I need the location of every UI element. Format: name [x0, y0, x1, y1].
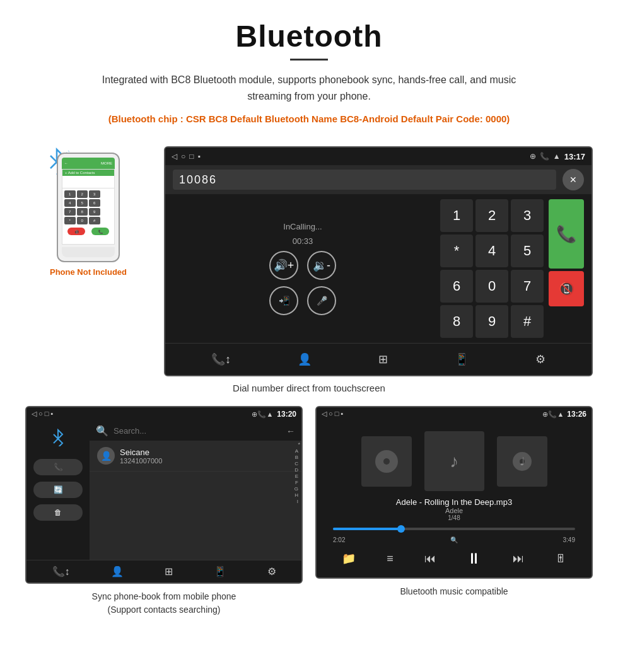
call-status-icon: 📞 — [540, 152, 549, 161]
phonebook-block: ◁ ○ □ ▪ ⊕📞▲ 13:20 — [25, 406, 303, 617]
pb-search-input[interactable] — [114, 426, 281, 436]
dial-android-screen: ◁ ○ □ ▪ ⊕ 📞 ▲ 13:17 10086 ✕ — [164, 146, 593, 376]
music-progress-dot[interactable] — [397, 525, 405, 533]
page-description: Integrated with BC8 Bluetooth module, su… — [88, 72, 530, 104]
answer-call-button[interactable]: 📞 — [549, 199, 584, 269]
music-time: 13:26 — [567, 410, 586, 419]
dial-caption: Dial number direct from touchscreen — [0, 383, 618, 393]
pb-nav-settings[interactable]: ⚙ — [267, 565, 276, 577]
phone-not-included-label: Phone Not Included — [25, 267, 151, 277]
volume-up-button[interactable]: 🔊+ — [269, 251, 298, 280]
phone-section: ← MORE + Add to Contacts 123 456 789 *0# — [25, 146, 151, 277]
key-0[interactable]: 0 — [475, 270, 508, 303]
transfer-button[interactable]: 📲 — [269, 286, 298, 315]
pb-back-nav: ◁ ○ □ ▪ — [32, 410, 53, 417]
pb-contact-row[interactable]: 👤 Seicane 13241007000 — [90, 441, 301, 472]
music-nav-icons: ◁ ○ □ ▪ — [322, 410, 343, 417]
music-controls-row: 📁 ≡ ⏮ ⏸ ⏭ 🎚 — [327, 550, 581, 567]
music-screen: ◁ ○ □ ▪ ⊕📞▲ 13:26 — [315, 406, 593, 579]
dial-screen-section: ◁ ○ □ ▪ ⊕ 📞 ▲ 13:17 10086 ✕ — [164, 146, 593, 376]
pb-delete-btn[interactable]: 🗑 — [33, 504, 83, 521]
backspace-button[interactable]: ✕ — [563, 169, 584, 190]
pb-loc-icon: ⊕📞▲ — [252, 410, 273, 419]
music-time-row: 2:02 🔍 3:49 — [327, 536, 581, 543]
call-timer: 00:33 — [293, 236, 313, 246]
nav-dialpad-icon[interactable]: ⊞ — [372, 350, 394, 369]
pb-alpha-A: A — [294, 448, 300, 454]
pb-nav-contacts[interactable]: 👤 — [111, 565, 124, 577]
title-underline — [290, 59, 328, 61]
pb-alpha-star: * — [294, 441, 300, 448]
status-right-info: ⊕ 📞 ▲ 13:17 — [530, 152, 585, 161]
phone-keypad: 123 456 789 *0# — [62, 188, 114, 226]
key-9[interactable]: 9 — [475, 305, 508, 338]
pb-sync-btn[interactable]: 🔄 — [33, 482, 83, 498]
music-play-pause-button[interactable]: ⏸ — [467, 550, 482, 567]
music-prev-icon[interactable]: ⏮ — [424, 552, 436, 565]
nav-phone-icon[interactable]: 📞↕ — [205, 350, 237, 369]
key-6[interactable]: 6 — [440, 270, 473, 303]
end-call-button[interactable]: 📵 — [549, 271, 584, 306]
key-star[interactable]: * — [440, 235, 473, 267]
pb-nav-transfer[interactable]: 📱 — [214, 565, 226, 577]
bottom-screenshots: ◁ ○ □ ▪ ⊕📞▲ 13:20 — [0, 406, 618, 617]
notification-icon: ▪ — [198, 152, 201, 161]
nav-contacts-icon[interactable]: 👤 — [291, 350, 318, 369]
pb-alpha-H: H — [294, 492, 300, 498]
music-search-icon: 🔍 — [450, 536, 458, 543]
music-progress-container — [327, 528, 581, 530]
music-next-icon[interactable]: ⏭ — [513, 552, 524, 565]
pb-alpha-B: B — [294, 455, 300, 460]
music-note-icon: ♪ — [450, 451, 458, 472]
dial-controls-row-1: 🔊+ 🔉- — [269, 251, 336, 280]
current-album-art: ♪ — [424, 431, 484, 491]
key-7[interactable]: 7 — [511, 270, 544, 303]
nav-transfer-icon[interactable]: 📱 — [448, 350, 475, 369]
music-statusbar: ◁ ○ □ ▪ ⊕📞▲ 13:26 — [317, 407, 592, 421]
music-progress-fill — [333, 528, 401, 530]
displayed-number: 10086 — [179, 173, 217, 187]
nav-settings-icon[interactable]: ⚙ — [529, 350, 552, 369]
pb-alpha-C: C — [294, 461, 300, 466]
phonebook-caption: Sync phone-book from mobile phone (Suppo… — [25, 590, 303, 617]
status-time: 13:17 — [564, 152, 585, 161]
key-3[interactable]: 3 — [511, 199, 544, 232]
music-list-icon[interactable]: ≡ — [387, 552, 394, 565]
key-2[interactable]: 2 — [475, 199, 508, 232]
key-8[interactable]: 8 — [440, 305, 473, 338]
call-buttons-col: 📞 📵 — [549, 199, 584, 338]
mute-button[interactable]: 🎤 — [307, 286, 336, 315]
music-folder-icon[interactable]: 📁 — [342, 552, 356, 565]
prev-album-art — [361, 436, 412, 487]
pb-alpha-I: I — [294, 499, 300, 504]
volume-down-button[interactable]: 🔉- — [307, 251, 336, 280]
pb-statusbar: ◁ ○ □ ▪ ⊕📞▲ 13:20 — [26, 407, 301, 421]
pb-bottom-nav: 📞↕ 👤 ⊞ 📱 ⚙ — [26, 560, 301, 582]
key-1[interactable]: 1 — [440, 199, 473, 232]
dial-input-bar: 10086 ✕ — [165, 165, 592, 194]
pb-search-icon: 🔍 — [96, 425, 108, 437]
music-equalizer-icon[interactable]: 🎚 — [555, 552, 566, 565]
key-4[interactable]: 4 — [475, 235, 508, 267]
pb-call-btn[interactable]: 📞 — [33, 459, 83, 475]
call-status-text: InCalling... — [283, 222, 322, 231]
recents-icon: □ — [189, 152, 194, 161]
key-hash[interactable]: # — [511, 305, 544, 338]
pb-back-arrow-icon: ← — [286, 426, 295, 436]
pb-nav-phone[interactable]: 📞↕ — [52, 565, 70, 577]
page-header: Bluetooth Integrated with BC8 Bluetooth … — [0, 0, 618, 146]
key-5[interactable]: 5 — [511, 235, 544, 267]
numpad-section: 1 2 3 * 4 5 6 0 7 8 9 # 📞 — [440, 199, 584, 338]
back-icon: ◁ — [172, 152, 177, 161]
next-album-art: ♩ — [497, 436, 547, 487]
main-content-row: ← MORE + Add to Contacts 123 456 789 *0# — [0, 146, 618, 376]
pb-bluetooth-icon — [51, 429, 65, 450]
phone-illustration: ← MORE + Add to Contacts 123 456 789 *0# — [57, 153, 120, 262]
pb-search-bar: 🔍 ← — [90, 421, 301, 441]
pb-alpha-index: * A B C D E F G H I — [293, 440, 301, 506]
music-current-time: 2:02 — [333, 536, 345, 543]
phone-home-button — [62, 247, 115, 257]
pb-nav-dialpad[interactable]: ⊞ — [165, 565, 173, 577]
dial-number-display: 10086 — [173, 170, 556, 190]
pb-contact-info: Seicane 13241007000 — [120, 448, 162, 465]
